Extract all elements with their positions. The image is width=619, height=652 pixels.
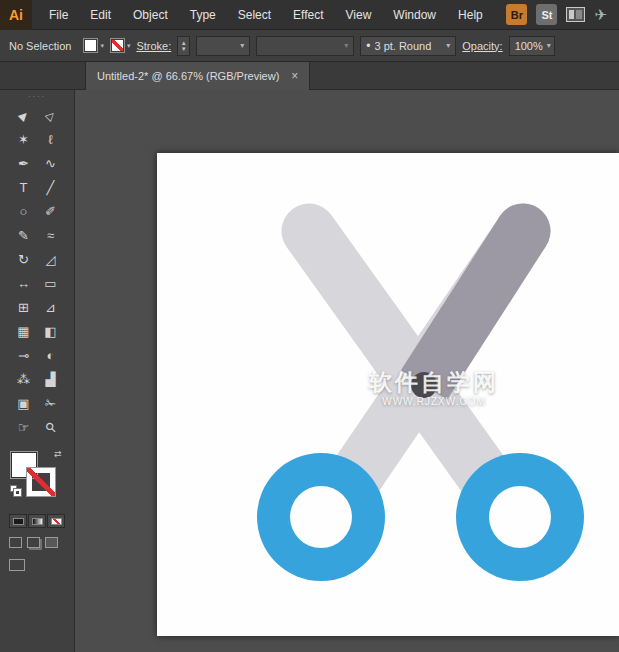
rotate-tool-icon: ↻ — [18, 252, 29, 267]
perspective-grid-tool[interactable]: ⊿ — [37, 295, 64, 319]
menu-object[interactable]: Object — [122, 0, 179, 30]
fill-swatch-control[interactable]: ▾ — [83, 38, 104, 53]
stroke-swatch[interactable] — [110, 38, 125, 53]
toolbar-grid: ▶▷✶ℓ✒∿T╱○✐✎≈↻◿↔▭⊞⊿▦◧⊸◐⁂▟▣✁☞⚲ — [10, 103, 64, 439]
fill-swatch[interactable] — [83, 38, 98, 53]
artboard-tool-icon: ▣ — [17, 396, 29, 411]
color-button[interactable] — [9, 514, 27, 528]
eyedropper-tool[interactable]: ⊸ — [10, 343, 37, 367]
magic-wand-tool-icon: ✶ — [18, 132, 29, 147]
gradient-tool[interactable]: ◧ — [37, 319, 64, 343]
fill-dropdown-arrow-icon[interactable]: ▾ — [100, 42, 104, 50]
shape-builder-tool[interactable]: ⊞ — [10, 295, 37, 319]
scissors-handle-right-hole — [489, 486, 551, 548]
gradient-button[interactable] — [28, 514, 46, 528]
width-profile-select[interactable]: ▾ — [256, 36, 354, 56]
bridge-button[interactable]: Br — [506, 4, 527, 25]
menu-window[interactable]: Window — [382, 0, 447, 30]
ellipse-tool-icon: ○ — [20, 204, 28, 219]
direct-selection-tool[interactable]: ▷ — [37, 103, 64, 127]
shaper-tool[interactable]: ≈ — [37, 223, 64, 247]
scale-tool[interactable]: ◿ — [37, 247, 64, 271]
opacity-panel-link[interactable]: Opacity: — [462, 40, 502, 52]
pen-tool-icon: ✒ — [18, 156, 29, 171]
stroke-swatch-control[interactable]: ▾ — [110, 38, 131, 53]
pen-tool[interactable]: ✒ — [10, 151, 37, 175]
document-tab[interactable]: Untitled-2* @ 66.67% (RGB/Preview) × — [85, 62, 310, 90]
free-transform-tool-icon: ▭ — [44, 276, 56, 291]
paintbrush-tool[interactable]: ✐ — [37, 199, 64, 223]
tab-close-icon[interactable]: × — [291, 70, 298, 82]
stock-button[interactable]: St — [536, 4, 557, 25]
menu-edit[interactable]: Edit — [79, 0, 122, 30]
selection-tool-icon: ▶ — [16, 107, 31, 122]
menu-effect[interactable]: Effect — [282, 0, 334, 30]
ellipse-tool[interactable]: ○ — [10, 199, 37, 223]
symbol-sprayer-tool[interactable]: ⁂ — [10, 367, 37, 391]
menu-bar: Ai FileEditObjectTypeSelectEffectViewWin… — [0, 0, 619, 30]
toolbar-grip[interactable]: ⋅⋅⋅⋅ — [0, 90, 74, 103]
stepper-down-icon[interactable]: ▼ — [181, 46, 187, 52]
opacity-arrow-icon[interactable]: ▾ — [547, 41, 551, 50]
scissors-blade-right-cap[interactable] — [496, 204, 551, 259]
rotate-tool[interactable]: ↻ — [10, 247, 37, 271]
stroke-dropdown-arrow-icon[interactable]: ▾ — [127, 42, 131, 50]
stroke-weight-select[interactable]: ▾ — [196, 36, 250, 56]
gpu-performance-rocket-icon[interactable]: ✈ — [594, 7, 607, 22]
gradient-tool-icon: ◧ — [44, 324, 56, 339]
stroke-weight-arrow-icon[interactable]: ▾ — [240, 41, 244, 50]
mesh-tool[interactable]: ▦ — [10, 319, 37, 343]
stroke-proxy[interactable] — [27, 468, 55, 496]
scissors-artwork[interactable] — [157, 153, 619, 636]
paintbrush-tool-icon: ✐ — [45, 204, 56, 219]
artboard[interactable]: 软件自学网 WWW.RJZXW.COM — [157, 153, 619, 636]
swap-fill-stroke-icon[interactable]: ⇄ — [54, 449, 62, 459]
magic-wand-tool[interactable]: ✶ — [10, 127, 37, 151]
stroke-weight-stepper[interactable]: ▲ ▼ — [177, 36, 190, 56]
width-tool[interactable]: ↔ — [10, 271, 37, 295]
zoom-tool[interactable]: ⚲ — [37, 415, 64, 439]
none-button[interactable] — [47, 514, 65, 528]
menu-type[interactable]: Type — [179, 0, 227, 30]
menu-bar-right: Br St ✈ — [506, 4, 619, 25]
canvas-pasteboard[interactable]: 软件自学网 WWW.RJZXW.COM — [75, 90, 619, 652]
draw-normal-button[interactable] — [9, 537, 22, 548]
free-transform-tool[interactable]: ▭ — [37, 271, 64, 295]
slice-tool[interactable]: ✁ — [37, 391, 64, 415]
scissors-handle-left-hole — [290, 486, 352, 548]
artboard-tool[interactable]: ▣ — [10, 391, 37, 415]
line-segment-tool[interactable]: ╱ — [37, 175, 64, 199]
blend-tool[interactable]: ◐ — [37, 343, 64, 367]
symbol-sprayer-tool-icon: ⁂ — [17, 372, 30, 387]
hand-tool[interactable]: ☞ — [10, 415, 37, 439]
menu-help[interactable]: Help — [447, 0, 494, 30]
selection-tool[interactable]: ▶ — [10, 103, 37, 127]
menu-file[interactable]: File — [38, 0, 79, 30]
menu-view[interactable]: View — [335, 0, 383, 30]
workspace-switcher-icon[interactable] — [566, 7, 585, 22]
menu-items: FileEditObjectTypeSelectEffectViewWindow… — [38, 0, 494, 30]
screen-mode-button[interactable] — [9, 559, 25, 571]
lasso-tool[interactable]: ℓ — [37, 127, 64, 151]
default-fill-stroke-icon[interactable] — [10, 485, 22, 497]
eyedropper-tool-icon: ⊸ — [18, 348, 29, 363]
type-tool[interactable]: T — [10, 175, 37, 199]
menu-select[interactable]: Select — [227, 0, 282, 30]
color-mode-buttons — [9, 514, 65, 528]
document-tab-bar: Untitled-2* @ 66.67% (RGB/Preview) × — [0, 62, 619, 90]
blend-tool-icon: ◐ — [47, 348, 55, 363]
opacity-select[interactable]: 100% ▾ — [509, 36, 555, 56]
draw-behind-button[interactable] — [27, 537, 40, 548]
column-graph-tool[interactable]: ▟ — [37, 367, 64, 391]
scissors-pivot[interactable] — [411, 372, 437, 398]
width-profile-arrow-icon[interactable]: ▾ — [344, 41, 348, 50]
width-tool-icon: ↔ — [17, 276, 30, 291]
stroke-panel-link[interactable]: Stroke: — [136, 40, 171, 52]
lasso-tool-icon: ℓ — [48, 132, 52, 147]
curvature-tool[interactable]: ∿ — [37, 151, 64, 175]
draw-inside-button[interactable] — [45, 537, 58, 548]
zoom-tool-icon: ⚲ — [42, 418, 59, 435]
brush-definition-select[interactable]: • 3 pt. Round ▾ — [360, 36, 456, 56]
pencil-tool[interactable]: ✎ — [10, 223, 37, 247]
brush-arrow-icon[interactable]: ▾ — [446, 41, 450, 50]
